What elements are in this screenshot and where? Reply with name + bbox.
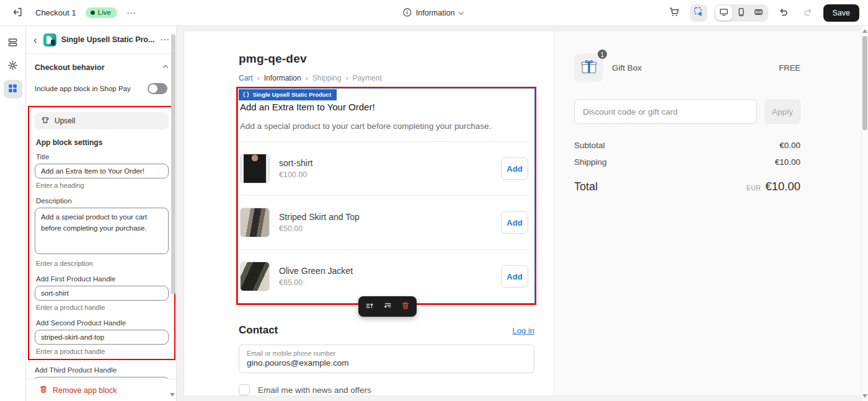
upsell-block-item[interactable]: Upsell — [35, 112, 169, 130]
first-handle-input[interactable] — [35, 286, 169, 301]
redo-icon — [803, 7, 813, 19]
app-block-content: Add an Extra Item to Your Order! Add a s… — [237, 88, 535, 304]
description-textarea[interactable]: Add a special product to your cart befor… — [35, 208, 169, 254]
product-price: €50.00 — [279, 224, 360, 233]
newsletter-checkbox[interactable] — [239, 384, 250, 395]
app-block-settings-panel: ‹ Single Upsell Static Pro... ⋯ Checkout… — [26, 26, 177, 401]
canvas-scrollbar[interactable] — [861, 26, 868, 401]
upsell-product-row: Olive Green Jacket €65.00 Add — [240, 250, 528, 303]
title-input[interactable] — [35, 164, 169, 178]
redo-button[interactable] — [799, 4, 817, 22]
annotation-box-settings: Upsell App block settings Title Enter a … — [28, 106, 175, 360]
move-up-icon — [365, 301, 374, 312]
second-handle-help: Enter a product handle — [36, 348, 169, 355]
newsletter-label: Email me with news and offers — [258, 386, 371, 395]
checkout-form: pmg-qe-dev Cart › Information › Shipping… — [184, 31, 554, 395]
breadcrumb-shipping: Shipping — [312, 74, 342, 82]
move-block-up-button[interactable] — [365, 301, 374, 312]
delete-icon — [401, 301, 410, 312]
product-name: Olive Green Jacket — [279, 266, 353, 276]
product-thumbnail — [240, 208, 270, 237]
panel-more-icon[interactable]: ⋯ — [160, 34, 170, 45]
move-down-icon — [383, 301, 392, 312]
scroll-up-icon[interactable] — [862, 29, 867, 33]
fullwidth-view-button[interactable] — [750, 6, 767, 20]
fullwidth-icon — [754, 7, 763, 19]
store-name: pmg-qe-dev — [239, 52, 534, 66]
line-item-name: Gift Box — [612, 63, 770, 73]
cart-preview-button[interactable] — [666, 4, 683, 22]
total-value: €10.00 — [765, 180, 800, 193]
shop-pay-toggle[interactable] — [148, 83, 167, 94]
breadcrumb-cart[interactable]: Cart — [239, 74, 253, 82]
upsell-block-label: Upsell — [55, 117, 75, 125]
cart-line-item: 1 Gift Box FREE — [574, 53, 800, 82]
upsell-app-block-selected[interactable]: { } Single Upsell Static Product Add an … — [236, 87, 536, 305]
back-icon[interactable]: ‹ — [32, 35, 38, 45]
add-product-button[interactable]: Add — [501, 157, 528, 180]
exit-editor-button[interactable] — [9, 4, 26, 22]
save-button[interactable]: Save — [823, 4, 860, 22]
breadcrumb-separator: › — [257, 74, 260, 82]
sections-icon — [7, 37, 18, 50]
desktop-icon — [719, 7, 728, 19]
first-handle-label: Add First Product Handle — [36, 275, 169, 283]
more-menu-icon[interactable]: ⋯ — [126, 7, 136, 19]
login-link[interactable]: Log in — [513, 326, 534, 335]
sections-tab-button[interactable] — [4, 34, 22, 53]
inspector-toggle-button[interactable] — [690, 4, 707, 22]
third-handle-label: Add Third Product Handle — [35, 366, 169, 374]
undo-icon — [779, 7, 789, 19]
second-handle-input[interactable] — [35, 330, 169, 345]
title-field-help: Enter a heading — [36, 182, 169, 189]
move-block-down-button[interactable] — [383, 301, 392, 312]
total-row: Total EUR€10.00 — [574, 180, 800, 193]
panel-scroll-down-icon[interactable] — [170, 393, 175, 397]
mobile-view-button[interactable] — [733, 6, 750, 20]
delete-block-button[interactable] — [401, 301, 410, 312]
upsell-product-row: Striped Skirt and Top €50.00 Add — [240, 196, 528, 250]
gear-icon — [7, 60, 18, 73]
checkout-name: Checkout 1 — [35, 8, 76, 17]
cart-icon — [669, 7, 680, 19]
app-block-badge-label: Single Upsell Static Product — [252, 91, 331, 98]
app-logo — [43, 33, 56, 46]
preview-canvas: pmg-qe-dev Cart › Information › Shipping… — [177, 26, 868, 401]
remove-app-block-button[interactable]: Remove app block — [26, 379, 176, 401]
discount-code-input[interactable] — [574, 99, 757, 124]
tshirt-icon — [41, 116, 50, 126]
chevron-up-icon — [163, 65, 168, 70]
add-product-button[interactable]: Add — [501, 211, 528, 234]
exit-icon — [12, 7, 23, 19]
product-thumbnail — [240, 154, 270, 183]
settings-heading: App block settings — [36, 138, 169, 147]
page-selector[interactable]: Information — [403, 0, 463, 26]
settings-tab-button[interactable] — [4, 57, 22, 76]
subtotal-row: Subtotal €0.00 — [574, 137, 800, 154]
desktop-view-button[interactable] — [715, 6, 732, 20]
live-label: Live — [98, 9, 111, 16]
shipping-label: Shipping — [574, 157, 607, 167]
scroll-down-icon[interactable] — [862, 394, 867, 398]
undo-button[interactable] — [775, 4, 792, 22]
apps-tab-button[interactable] — [4, 80, 22, 99]
shop-pay-row: Include app block in Shop Pay — [26, 78, 176, 103]
apply-discount-button[interactable]: Apply — [764, 99, 800, 124]
editor-rail — [0, 26, 26, 401]
description-field-label: Description — [36, 197, 169, 205]
live-dot-icon — [91, 11, 95, 15]
panel-scrollbar-thumb[interactable] — [171, 34, 175, 294]
title-field-label: Title — [36, 153, 169, 161]
panel-title: Single Upsell Static Pro... — [61, 35, 155, 44]
mobile-icon — [737, 7, 746, 19]
checkout-behavior-label: Checkout behavior — [35, 63, 105, 72]
email-field[interactable]: Email or mobile phone number gino.pouros… — [239, 345, 534, 373]
canvas-scrollbar-thumb[interactable] — [862, 36, 867, 130]
total-label: Total — [574, 180, 598, 193]
checkout-editor: Checkout 1 Live ⋯ Information — [0, 0, 868, 401]
line-item-price: FREE — [779, 63, 800, 73]
add-product-button[interactable]: Add — [501, 265, 528, 288]
checkout-behavior-section-toggle[interactable]: Checkout behavior — [26, 54, 176, 78]
product-price: €100.00 — [279, 170, 312, 179]
first-handle-help: Enter a product handle — [36, 304, 169, 311]
